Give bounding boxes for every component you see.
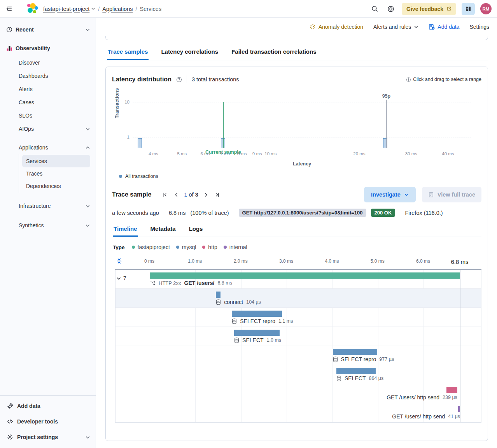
breadcrumb-services: Services [140,6,162,12]
anomaly-detection-label: Anomaly detection [318,24,363,30]
x-tick-label: 20 ms [353,151,365,156]
give-feedback-button[interactable]: Give feedback [402,3,456,15]
sample-tabs: Timeline Metadata Logs [112,222,481,237]
tab-timeline[interactable]: Timeline [113,222,138,237]
tab-metadata[interactable]: Metadata [150,222,177,237]
span-row[interactable]: SELECT repro977 µs [116,346,481,365]
chevron-down-icon [116,276,121,281]
x-tick-label: 6 ms [200,151,210,156]
span-label: SELECT1.0 ms [234,337,281,343]
sidebar-item-services[interactable]: Services [22,155,90,167]
histogram-bar[interactable] [383,138,387,148]
latency-distribution-chart[interactable]: 101Current sample95p4 ms5 ms6 ms7 ms8 ms… [112,93,481,168]
span-duration: 1.1 ms [278,318,293,324]
first-page-icon[interactable] [161,191,169,199]
span-row[interactable]: SELECT1.0 ms [116,327,481,346]
sidebar-item-developer-tools[interactable]: Developer tools [0,414,96,429]
sidebar-item-synthetics[interactable]: Synthetics [0,219,96,232]
legend-dot [119,175,122,178]
prev-page-icon[interactable] [173,191,180,199]
trace-sample-actions: Investigate View full trace [364,187,481,202]
sidebar-item-add-data[interactable]: Add data [0,398,96,414]
type-legend-http[interactable]: http [202,244,217,250]
y-gridline [133,137,471,137]
y-tick-label: 10 [124,100,130,104]
tab-trace-samples[interactable]: Trace samples [107,45,149,60]
chart-legend[interactable]: All transactions [119,174,481,179]
sidebar-item-dashboards[interactable]: Dashboards [0,69,96,83]
last-page-icon[interactable] [214,191,221,199]
database-icon [234,337,239,343]
sidebar-item-cases[interactable]: Cases [0,96,96,109]
type-legend-fastapiproject[interactable]: fastapiproject [132,244,170,250]
span-row[interactable]: connect104 µs [116,289,481,308]
search-icon[interactable] [369,4,380,14]
alerts-and-rules-button[interactable]: Alerts and rules [373,24,418,30]
fold-accordions-icon[interactable] [116,258,122,264]
span-row[interactable]: SELECT repro1.1 ms [116,308,481,327]
sidebar-item-infrastructure[interactable]: Infrastructure [0,199,96,213]
app-switcher-button[interactable] [462,3,475,15]
user-avatar[interactable]: RM [480,3,492,14]
span-label: GET /users/ http send41 µs [392,413,460,420]
duration-bar [333,349,378,355]
type-legend-internal[interactable]: internal [224,244,247,250]
waterfall-timeline: 0 ms1.0 ms2.0 ms3.0 ms4.0 ms5.0 ms6.0 ms… [112,255,481,423]
breadcrumb-project[interactable]: fastapi-test-project [43,6,95,12]
request-url-badge[interactable]: GET http://127.0.0.1:8000/users/?skip=0&… [239,209,366,217]
histogram-bar[interactable] [138,138,142,148]
browser-info: Firefox (116.0.) [405,210,443,216]
sidebar-item-dependencies[interactable]: Dependencies [22,180,90,192]
type-legend-mysql[interactable]: mysql [176,244,196,250]
breadcrumb-project-label: fastapi-test-project [43,6,89,12]
sidebar-item-aiops[interactable]: AIOps [0,122,96,135]
database-icon [232,318,237,324]
info-icon [406,77,411,82]
chevron-down-icon [85,126,90,132]
sidebar-item-label: Services [26,158,47,164]
span-name: GET /users/ [184,280,215,286]
sidebar-item-recent[interactable]: Recent [0,22,96,37]
collapse-group-toggle[interactable]: 7 [116,275,126,281]
breadcrumb: fastapi-test-project / Applications / Se… [43,6,161,12]
span-name: SELECT [345,375,366,381]
tab-latency-correlations[interactable]: Latency correlations [160,45,219,60]
span-row[interactable]: SELECT864 µs [116,365,481,384]
add-data-icon [429,24,435,30]
span-row[interactable]: GET /users/ http send239 µs [116,384,481,403]
breadcrumb-applications[interactable]: Applications [102,6,133,12]
help-icon[interactable] [385,4,396,14]
sidebar-item-alerts[interactable]: Alerts [0,83,96,96]
x-axis-title: Latency [133,161,471,167]
sidebar-item-traces[interactable]: Traces [22,167,90,180]
help-icon[interactable] [176,77,182,83]
clock-icon [6,26,12,33]
span-duration: 239 µs [443,395,457,400]
external-link-icon [446,6,452,11]
span-label: SELECT864 µs [336,375,383,381]
tab-logs[interactable]: Logs [188,222,204,237]
tab-failed-transaction-correlations[interactable]: Failed transaction correlations [231,45,317,60]
anomaly-detection-icon [310,24,316,30]
settings-button[interactable]: Settings [469,24,489,30]
sidebar-item-project-settings[interactable]: Project settings [0,429,96,445]
type-legend-label: internal [229,244,247,250]
type-label: Type [113,244,125,250]
span-row[interactable]: GET /users/ http send41 µs [116,403,481,422]
add-data-button[interactable]: Add data [429,24,459,30]
span-name: GET /users/ http send [392,413,445,420]
anomaly-detection-button[interactable]: Anomaly detection [310,24,363,30]
waterfall-rows: HTTP 2xxGET /users/6.8 ms7connect104 µsS… [115,270,481,423]
collapse-nav-icon[interactable] [0,0,18,18]
sidebar-item-observability[interactable]: Observability [0,40,96,56]
view-full-trace-button[interactable]: View full trace [422,187,481,202]
timeline-end-label: 6.8 ms [451,258,468,265]
sidebar-item-label: Observability [16,45,50,51]
investigate-button[interactable]: Investigate [364,187,416,202]
sidebar-item-discover[interactable]: Discover [0,56,96,69]
sidebar-item-slos[interactable]: SLOs [0,109,96,122]
drag-hint-label: Click and drag to select a range [413,77,481,82]
transaction-row[interactable]: HTTP 2xxGET /users/6.8 ms7 [116,270,481,289]
next-page-icon[interactable] [202,191,210,199]
sidebar-item-applications[interactable]: Applications [0,141,96,154]
